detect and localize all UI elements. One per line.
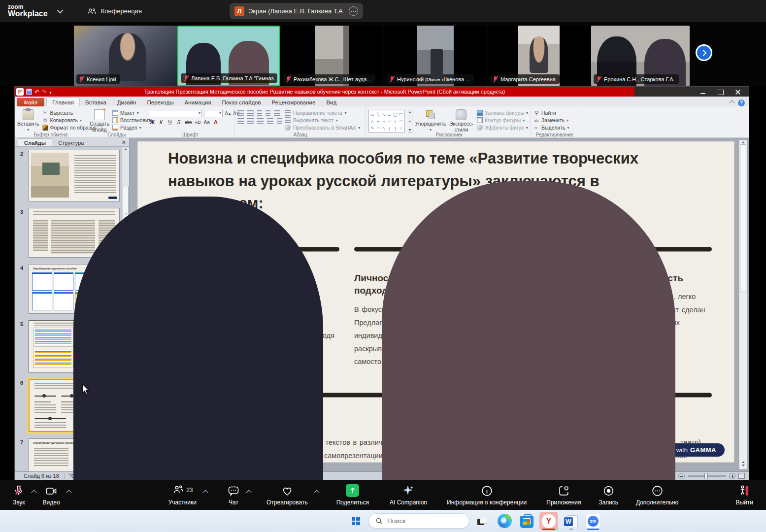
audio-button[interactable]: Звук [7,484,31,506]
zoom-out-button[interactable] [678,473,685,479]
tab-meeting-label: Конференция [101,7,142,15]
tab-transitions[interactable]: Переходы [141,98,179,106]
slide-sorter-view-button[interactable] [631,473,637,479]
tab-design[interactable]: Дизайн [112,98,142,106]
next-slide-icon[interactable] [742,465,745,466]
close-button[interactable] [734,89,741,95]
participant-name-pill: Маргарита Сергеевна [490,74,560,84]
paste-button[interactable]: Вставить▾ [17,108,39,132]
meeting-info-button[interactable]: Информация о конференции [441,484,533,506]
font-color-button[interactable]: А [212,119,219,125]
tab-options-icon[interactable] [349,6,358,16]
more-button[interactable]: Дополнительно [630,484,684,506]
replace-button[interactable]: Заменить▾ [533,117,569,123]
shapes-gallery[interactable]: ▭╲↘▭◯▢△⌐¬⇨⇩◠✎◠∿{}☆ [368,110,405,133]
new-slide-button[interactable]: Создать слайд [90,108,109,133]
tab-meeting[interactable]: Конференция [87,7,142,15]
active-app-indicator [542,529,555,530]
font-size-select[interactable] [204,110,223,117]
fit-to-window-button[interactable] [738,473,745,479]
collapse-ribbon-icon[interactable] [729,100,734,105]
tab-shared-screen[interactable]: Л Экран (Лапина Е.В. Галкина Т.А [230,3,363,19]
task-view-button[interactable] [473,512,492,531]
tab-view[interactable]: Вид [321,98,342,106]
tab-review[interactable]: Рецензирование [266,98,321,106]
shadow-button[interactable]: S [175,119,182,125]
zoom-slider[interactable] [688,475,726,477]
list-buttons[interactable] [237,110,282,116]
share-button[interactable]: Поделиться [331,484,375,506]
ai-companion-button[interactable]: AI Companion [384,484,433,506]
search-input[interactable] [387,517,456,525]
react-button[interactable]: Отреагировать [261,484,314,506]
microsoft-store-button[interactable] [517,512,536,531]
bold-button[interactable]: Ж [149,119,156,125]
chat-button[interactable]: Чат [221,484,246,506]
select-button[interactable]: Выделить▾ [533,125,569,131]
video-button[interactable]: Видео [37,484,66,506]
start-button[interactable] [346,512,365,531]
align-text-button[interactable]: Выровнять текст▾ [285,117,360,123]
restore-button[interactable] [717,89,724,95]
audio-options-chevron[interactable] [31,490,36,495]
video-tile[interactable]: Ксения Цой [74,26,177,86]
tab-file[interactable]: Файл [17,98,44,106]
edge-browser-button[interactable] [495,512,514,531]
participants-options-chevron[interactable] [202,490,208,495]
chevron-down-icon[interactable] [57,7,63,14]
slide-scrollbar[interactable] [739,140,747,469]
record-button[interactable]: Запись [593,484,624,506]
text-direction-button[interactable]: Направление текста▾ [285,110,360,116]
leave-button[interactable]: Выйти [730,484,759,506]
video-tile[interactable]: Нуринский район Шкенова ... [384,26,487,86]
tab-insert[interactable]: Вставка [80,98,112,106]
strikethrough-button[interactable]: abc [184,120,193,125]
font-name-select[interactable] [149,110,202,117]
shapes-scrollbar[interactable]: ▾ [408,110,412,133]
badge-brand: GAMMA [690,446,716,454]
chat-options-chevron[interactable] [246,490,251,495]
drawing-group-label: Рисование [366,132,531,137]
change-case-button[interactable]: Аа [203,120,210,125]
slide-thumb-2[interactable]: 2 [15,150,120,201]
video-tile[interactable]: Маргарита Сергеевна [488,26,590,86]
help-icon[interactable] [738,100,745,106]
video-tile[interactable]: Рахимбекова Ж.С., Шет ауда... [281,26,383,86]
close-panel-icon[interactable] [122,138,126,146]
participants-button[interactable]: 23 Участники [163,484,202,506]
align-buttons[interactable] [237,118,282,124]
word-button[interactable] [562,512,580,531]
tab-slides[interactable]: Слайды [18,138,52,146]
tab-animations[interactable]: Анимация [179,98,216,106]
previous-slide-icon[interactable] [742,461,745,463]
italic-button[interactable]: К [158,119,165,125]
zoom-in-button[interactable] [729,473,735,479]
smartart-button[interactable]: Преобразовать в SmartArt▾ [285,125,360,131]
grow-font-icon[interactable]: A▴ [225,110,231,117]
tab-slideshow[interactable]: Показ слайдов [216,98,266,106]
yandex-browser-button[interactable]: Y [539,512,558,531]
tab-outline[interactable]: Структура [52,139,90,146]
tab-home[interactable]: Главная [46,98,80,106]
arrange-button[interactable]: Упорядочить▾ [415,108,446,132]
react-options-chevron[interactable] [314,490,319,495]
underline-button[interactable]: Ч [167,119,173,125]
video-tile[interactable]: Ерохина С.Н., Старкова Г.А. [591,26,690,86]
video-tile-active-speaker[interactable]: Лапина Е.В. Галкина Т.А "Гимназ... [177,26,280,86]
char-spacing-button[interactable]: АВ [195,120,201,125]
apps-label: Приложения [546,499,581,506]
scrollbar-thumb[interactable] [740,144,746,292]
zoom-slider-thumb[interactable] [704,473,708,479]
windows-taskbar: Y [0,510,766,532]
shape-outline-button[interactable]: Контур фигуры▾ [477,117,528,123]
apps-button[interactable]: Приложения [540,484,587,506]
taskbar-search[interactable] [368,513,469,529]
sparkle-icon [402,484,415,497]
shape-fill-button[interactable]: Заливка фигуры▾ [477,110,528,116]
find-button[interactable]: Найти [533,110,569,116]
zoom-app-button[interactable] [584,512,602,531]
shape-effects-button[interactable]: Эффекты фигур▾ [477,125,528,131]
minimize-button[interactable] [700,89,706,95]
next-participants-button[interactable] [696,44,712,61]
video-options-chevron[interactable] [66,490,71,495]
